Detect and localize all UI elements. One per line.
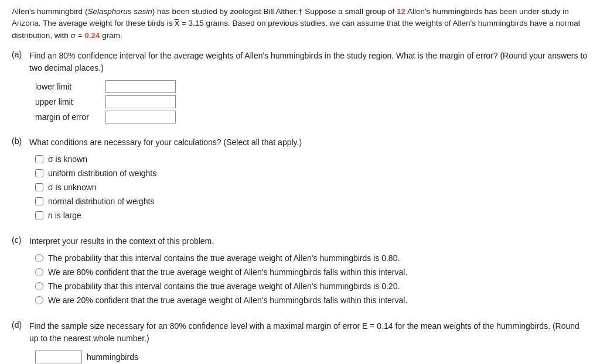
- intro-text-mid1: ) has been studied by zoologist Bill Alt…: [152, 7, 397, 16]
- part-d-label: (d): [12, 320, 29, 329]
- margin-of-error-label: margin of error: [35, 112, 105, 122]
- margin-of-error-input[interactable]: [105, 111, 176, 123]
- sample-size-highlight: 12: [397, 7, 405, 16]
- checkbox-sigma-known-input[interactable]: [35, 155, 43, 163]
- checkbox-sigma-unknown-input[interactable]: [35, 183, 43, 191]
- checkbox-normal-distribution-label: normal distribution of weights: [48, 197, 154, 206]
- radio-probability-020-label: The probability that this interval conta…: [48, 281, 400, 291]
- checkbox-uniform-distribution-label: uniform distribution of weights: [48, 169, 156, 178]
- radio-confident-80-label: We are 80% confident that the true avera…: [48, 267, 407, 277]
- radio-probability-020-input[interactable]: [35, 282, 43, 290]
- part-a: (a) Find an 80% confidence interval for …: [12, 50, 588, 126]
- part-a-question: Find an 80% confidence interval for the …: [29, 50, 588, 74]
- upper-limit-row: upper limit: [35, 95, 588, 108]
- radio-confident-20-label: We are 20% confident that the true avera…: [48, 296, 407, 305]
- checkbox-n-large[interactable]: n is large: [35, 211, 588, 220]
- checkbox-n-large-input[interactable]: [35, 211, 43, 219]
- sigma-highlight: 0.24: [84, 31, 100, 40]
- part-a-inputs: lower limit upper limit margin of error: [35, 80, 588, 123]
- intro-paragraph: Allen's hummingbird (Selasphorus sasin) …: [12, 6, 588, 42]
- intro-text-before: Allen's hummingbird (: [12, 7, 87, 16]
- upper-limit-input[interactable]: [105, 95, 176, 108]
- part-d-question: Find the sample size necessary for an 80…: [29, 320, 588, 345]
- checkbox-sigma-unknown-label: σ is unknown: [48, 183, 97, 192]
- lower-limit-input[interactable]: [105, 80, 176, 93]
- radio-probability-020[interactable]: The probability that this interval conta…: [35, 281, 588, 291]
- part-b-options: σ is known uniform distribution of weigh…: [35, 154, 588, 220]
- part-b-question: What conditions are necessary for your c…: [29, 136, 588, 149]
- part-c-options: The probability that this interval conta…: [35, 253, 588, 305]
- part-d-input-row: hummingbirds: [35, 351, 588, 363]
- checkbox-n-large-label: n is large: [48, 211, 81, 220]
- radio-confident-80[interactable]: We are 80% confident that the true avera…: [35, 267, 588, 277]
- part-b: (b) What conditions are necessary for yo…: [12, 136, 588, 225]
- checkbox-uniform-distribution-input[interactable]: [35, 169, 43, 177]
- radio-confident-80-input[interactable]: [35, 268, 43, 276]
- radio-confident-20-input[interactable]: [35, 296, 43, 304]
- part-c-question: Interpret your results in the context of…: [29, 235, 588, 248]
- part-a-label: (a): [12, 50, 29, 59]
- part-c-label: (c): [12, 235, 29, 245]
- radio-probability-080-input[interactable]: [35, 254, 43, 262]
- radio-probability-080-label: The probability that this interval conta…: [48, 253, 400, 263]
- part-d-E-highlight: 0.14: [377, 321, 393, 331]
- upper-limit-label: upper limit: [35, 97, 105, 107]
- margin-of-error-row: margin of error: [35, 111, 588, 123]
- checkbox-sigma-known-label: σ is known: [48, 154, 87, 164]
- part-d-unit: hummingbirds: [87, 352, 138, 362]
- checkbox-normal-distribution-input[interactable]: [35, 197, 43, 205]
- species-name: Selasphorus sasin: [87, 7, 152, 16]
- part-d: (d) Find the sample size necessary for a…: [12, 320, 588, 363]
- part-d-sample-size-input[interactable]: [35, 351, 82, 363]
- part-c: (c) Interpret your results in the contex…: [12, 235, 588, 310]
- checkbox-sigma-unknown[interactable]: σ is unknown: [35, 183, 588, 192]
- checkbox-uniform-distribution[interactable]: uniform distribution of weights: [35, 169, 588, 178]
- intro-text-end: gram.: [100, 31, 122, 40]
- lower-limit-label: lower limit: [35, 82, 105, 91]
- part-d-question-before: Find the sample size necessary for an 80…: [29, 321, 377, 331]
- checkbox-normal-distribution[interactable]: normal distribution of weights: [35, 197, 588, 206]
- radio-confident-20[interactable]: We are 20% confident that the true avera…: [35, 296, 588, 305]
- radio-probability-080[interactable]: The probability that this interval conta…: [35, 253, 588, 263]
- checkbox-sigma-known[interactable]: σ is known: [35, 154, 588, 164]
- part-b-label: (b): [12, 136, 29, 146]
- lower-limit-row: lower limit: [35, 80, 588, 93]
